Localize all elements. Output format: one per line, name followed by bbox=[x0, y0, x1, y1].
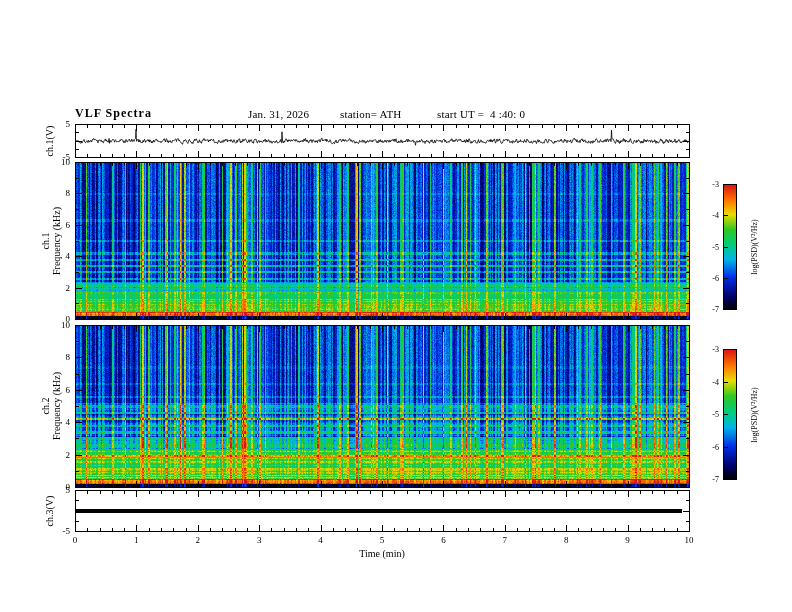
colorbar-tick-label: -6 bbox=[699, 274, 719, 283]
ch3-voltage-axis-label: ch.3(V) bbox=[44, 496, 55, 527]
ch2-frequency-axis-label-line1: ch.2 bbox=[40, 372, 51, 440]
y-tick-label: 8 bbox=[42, 188, 70, 198]
x-tick-label: 3 bbox=[247, 535, 271, 545]
y-tick-label: 4 bbox=[42, 417, 70, 427]
y-tick-label: 5 bbox=[42, 119, 70, 129]
y-tick-label: 6 bbox=[42, 220, 70, 230]
ch2-frequency-axis-label: ch.2 Frequency (kHz) bbox=[40, 372, 62, 440]
ch1-frequency-axis-label: ch.1 Frequency (kHz) bbox=[40, 207, 62, 275]
axes-overlay-canvas bbox=[0, 0, 792, 612]
colorbar-tick-label: -6 bbox=[699, 443, 719, 452]
figure-title: VLF Spectra bbox=[75, 106, 152, 121]
y-tick-label: -5 bbox=[42, 526, 70, 536]
x-axis-label: Time (min) bbox=[322, 548, 442, 559]
x-tick-label: 4 bbox=[309, 535, 333, 545]
x-tick-label: 9 bbox=[616, 535, 640, 545]
colorbar-tick-label: -3 bbox=[699, 180, 719, 189]
y-tick-label: 5 bbox=[42, 485, 70, 495]
y-tick-label: 10 bbox=[42, 320, 70, 330]
x-tick-label: 6 bbox=[431, 535, 455, 545]
header-station: station= ATH bbox=[340, 108, 401, 120]
colorbar-tick-label: -4 bbox=[699, 211, 719, 220]
x-tick-label: 7 bbox=[493, 535, 517, 545]
colorbar-label: log(PSD)(V²/Hz) bbox=[750, 387, 759, 442]
x-tick-label: 10 bbox=[677, 535, 701, 545]
header-start-ut: start UT = 4 :40: 0 bbox=[437, 108, 525, 120]
x-tick-label: 1 bbox=[124, 535, 148, 545]
colorbar-tick-label: -7 bbox=[699, 475, 719, 484]
ch1-frequency-axis-label-line1: ch.1 bbox=[40, 207, 51, 275]
y-tick-label: 2 bbox=[42, 450, 70, 460]
ch2-frequency-axis-label-line2: Frequency (kHz) bbox=[51, 372, 62, 440]
x-tick-label: 0 bbox=[63, 535, 87, 545]
y-tick-label: 4 bbox=[42, 251, 70, 261]
colorbar-tick-label: -7 bbox=[699, 305, 719, 314]
y-tick-label: -5 bbox=[42, 152, 70, 162]
x-tick-label: 5 bbox=[370, 535, 394, 545]
colorbar-tick-label: -5 bbox=[699, 410, 719, 419]
colorbar-tick-label: -4 bbox=[699, 378, 719, 387]
colorbar-label: log(PSD)(V²/Hz) bbox=[750, 219, 759, 274]
header-date: Jan. 31, 2026 bbox=[248, 108, 309, 120]
ch1-frequency-axis-label-line2: Frequency (kHz) bbox=[51, 207, 62, 275]
y-tick-label: 6 bbox=[42, 385, 70, 395]
colorbar-tick-label: -5 bbox=[699, 243, 719, 252]
y-tick-label: 2 bbox=[42, 283, 70, 293]
y-tick-label: 8 bbox=[42, 352, 70, 362]
x-tick-label: 8 bbox=[554, 535, 578, 545]
x-tick-label: 2 bbox=[186, 535, 210, 545]
colorbar-tick-label: -3 bbox=[699, 345, 719, 354]
vlf-spectra-figure: VLF Spectra Jan. 31, 2026 station= ATH s… bbox=[0, 0, 792, 612]
